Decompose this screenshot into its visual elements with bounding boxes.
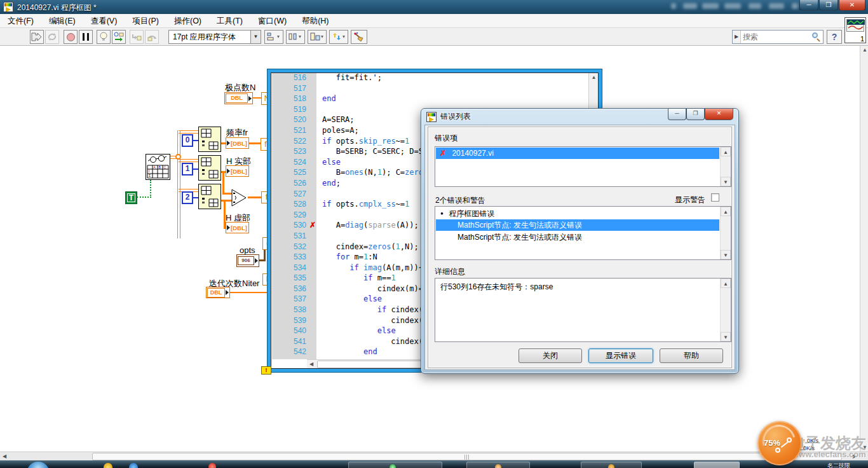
dialog-minimize-button[interactable]: ─: [668, 109, 686, 120]
scroll-up-icon[interactable]: ▲: [721, 279, 731, 288]
scroll-down-icon[interactable]: ▼: [860, 443, 868, 451]
start-button[interactable]: [27, 462, 50, 468]
menu-item[interactable]: 编辑(E): [41, 14, 83, 28]
error-group-row[interactable]: ● 程序框图错误: [440, 208, 494, 219]
dialog-close-button[interactable]: ✕: [705, 109, 733, 120]
scrollbar-thumb[interactable]: [317, 361, 428, 368]
close-dialog-button[interactable]: 关闭: [519, 348, 582, 363]
search-expand-icon[interactable]: ▶: [733, 31, 741, 43]
re-im-to-complex-node[interactable]: [231, 189, 248, 209]
menu-item[interactable]: 项目(P): [125, 14, 166, 28]
opts-label[interactable]: opts: [240, 245, 255, 255]
taskbar-window-button[interactable]: [581, 462, 642, 468]
minimize-button[interactable]: ─: [799, 0, 818, 11]
scrollbar-thumb[interactable]: [92, 453, 842, 460]
error-row[interactable]: MathScript节点: 发生句法或语义错误: [458, 231, 582, 243]
scroll-up-icon[interactable]: ▲: [589, 73, 599, 82]
index-array-node-3[interactable]: [198, 184, 221, 212]
scroll-right-icon[interactable]: ▶: [850, 452, 859, 460]
index-array-node-2[interactable]: [198, 155, 221, 183]
wire-n[interactable]: [253, 97, 262, 99]
run-continuously-button[interactable]: [45, 30, 59, 44]
menu-item[interactable]: 帮助(H): [294, 14, 336, 28]
taskbar-icon[interactable]: [208, 463, 216, 468]
show-warnings-checkbox[interactable]: [711, 193, 719, 202]
error-items-list[interactable]: ✗ 20140927.vi ▲▼: [435, 146, 731, 187]
scroll-left-icon[interactable]: ◀: [0, 452, 9, 460]
help-button[interactable]: 帮助: [660, 348, 723, 363]
h-imag-indicator[interactable]: [DBL]: [226, 222, 249, 233]
retain-wire-values-button[interactable]: [112, 30, 126, 44]
title-bar[interactable]: 20140927.vi 程序框图 * ─ ❐ ✕: [0, 0, 868, 14]
dialog-title-bar[interactable]: 错误列表: [426, 111, 471, 122]
vi-icon[interactable]: 1: [844, 17, 866, 43]
taskbar-window-button[interactable]: [348, 462, 442, 468]
close-button[interactable]: ✕: [839, 0, 865, 11]
align-objects-button[interactable]: [264, 30, 283, 44]
wire-boolean[interactable]: [137, 196, 151, 198]
search-input[interactable]: [743, 31, 806, 43]
constant-0[interactable]: 0: [182, 134, 193, 147]
wire-junction[interactable]: [175, 154, 181, 160]
menu-item[interactable]: 工具(T): [209, 14, 250, 28]
list-scrollbar[interactable]: ▲▼: [720, 207, 731, 259]
resize-objects-button[interactable]: [308, 30, 327, 44]
wire-opts[interactable]: [264, 249, 266, 261]
step-into-button[interactable]: [130, 30, 144, 44]
taskbar-window-button[interactable]: [694, 462, 740, 468]
diagram-vertical-scrollbar[interactable]: ▲ ▼: [860, 46, 868, 451]
scroll-down-icon[interactable]: ▼: [721, 177, 731, 186]
taskbar-icon[interactable]: [129, 463, 138, 468]
maximize-button[interactable]: ❐: [819, 0, 838, 11]
taskbar-window-button[interactable]: [466, 462, 530, 468]
menu-item[interactable]: 操作(O): [166, 14, 209, 28]
error-item-row[interactable]: ✗ 20140927.vi: [436, 148, 719, 159]
boolean-true-constant[interactable]: T: [125, 191, 137, 204]
step-over-button[interactable]: [145, 30, 159, 44]
wire-2d-array[interactable]: [177, 130, 180, 238]
menu-item[interactable]: 文件(F): [0, 14, 41, 28]
dialog-maximize-button[interactable]: ❐: [686, 109, 705, 120]
list-scrollbar[interactable]: ▲▼: [720, 147, 731, 186]
scroll-down-icon[interactable]: ▼: [721, 250, 731, 259]
opts-control[interactable]: 906: [236, 254, 259, 267]
scroll-left-icon[interactable]: ◀: [307, 360, 316, 369]
constant-2[interactable]: 2: [182, 191, 193, 204]
error-detail-list[interactable]: ● 程序框图错误 MathScript节点: 发生句法或语义错误 MathScr…: [435, 206, 731, 260]
details-box[interactable]: 行530列16存在未知符号：sparse ▲▼: [435, 278, 731, 342]
run-button[interactable]: [30, 30, 44, 44]
h-real-indicator[interactable]: [DBL]: [226, 165, 249, 177]
context-help-button[interactable]: ?: [827, 30, 842, 44]
niter-control[interactable]: DBL: [206, 287, 230, 298]
distribute-objects-button[interactable]: [286, 30, 305, 44]
abort-button[interactable]: [64, 30, 78, 44]
menu-item[interactable]: 窗口(W): [250, 14, 294, 28]
scroll-up-icon[interactable]: ▲: [860, 46, 868, 54]
wire-f[interactable]: [248, 196, 262, 198]
wire-2d-array[interactable]: [179, 130, 199, 134]
scroll-up-icon[interactable]: ▲: [721, 207, 731, 216]
menu-item[interactable]: 查看(V): [83, 14, 125, 28]
wire-real-branch[interactable]: [222, 171, 224, 194]
search-box[interactable]: ▶: [732, 30, 824, 44]
clean-up-diagram-button[interactable]: [351, 30, 367, 44]
font-selector[interactable]: 17pt 应用程序字体 ▼: [168, 30, 261, 44]
scroll-up-icon[interactable]: ▲: [721, 147, 731, 156]
scroll-down-icon[interactable]: ▼: [721, 332, 731, 341]
diagram-horizontal-scrollbar[interactable]: ◀ ▶: [0, 451, 868, 460]
list-scrollbar[interactable]: ▲▼: [720, 279, 731, 341]
chevron-down-icon[interactable]: ▼: [250, 31, 261, 43]
taskbar-icon[interactable]: [104, 463, 112, 468]
freq-indicator[interactable]: [DBL]: [226, 137, 249, 149]
error-row-selected[interactable]: MathScript节点: 发生句法或语义错误: [436, 219, 719, 231]
show-error-button[interactable]: 显示错误: [588, 348, 653, 363]
reorder-objects-button[interactable]: [329, 30, 348, 44]
constant-1[interactable]: 1: [182, 163, 193, 176]
index-array-node-1[interactable]: [198, 127, 221, 155]
pause-button[interactable]: [79, 30, 93, 44]
wire-boolean[interactable]: [150, 180, 151, 198]
error-list-dialog[interactable]: 错误列表 ─ ❐ ✕ 错误项 ✗ 20140927.vi ▲▼ 2个错误和警告 …: [421, 108, 739, 374]
taskbar[interactable]: 名二技限: [0, 460, 868, 468]
poles-control[interactable]: DBL: [224, 92, 253, 104]
highlight-execution-button[interactable]: [97, 30, 111, 44]
